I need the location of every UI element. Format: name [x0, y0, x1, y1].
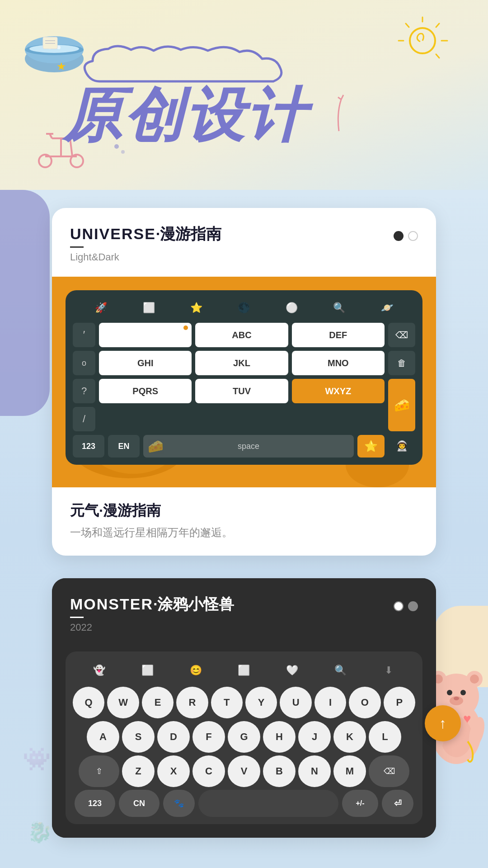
key-jkl[interactable]: JKL	[195, 351, 288, 375]
universe-card-header: UNIVERSE · 漫游指南 Light&Dark	[52, 208, 436, 277]
key-m[interactable]: M	[333, 755, 366, 787]
key-abc[interactable]: ABC	[195, 323, 288, 347]
monster-card-header: MONSTER · 涂鸦小怪兽 2022	[52, 578, 436, 642]
scroll-top-button[interactable]: ↑	[425, 705, 461, 741]
m-key-enter[interactable]: ⏎	[382, 790, 413, 817]
key-space[interactable]: space 🧀	[143, 435, 354, 458]
universe-subtitle: Light&Dark	[70, 251, 418, 263]
key-action-right[interactable]: 🧀	[388, 379, 415, 431]
universe-keyboard-frame: 🚀 ⬜ ⭐ 🌑 ⚪ 🔍 🪐 ′ o ?	[66, 290, 422, 465]
key-d[interactable]: D	[157, 721, 190, 753]
key-backspace-monster[interactable]: ⌫	[369, 755, 409, 787]
key-i[interactable]: I	[314, 687, 346, 718]
monster-qwerty-row3: ⇧ Z X C V B N M ⌫	[73, 755, 415, 787]
key-z[interactable]: Z	[122, 755, 155, 787]
key-ghi[interactable]: GHI	[99, 351, 192, 375]
key-l[interactable]: L	[369, 721, 401, 753]
main-content: ♥ UNIVERSE · 漫游指南	[0, 190, 488, 868]
key-p[interactable]: P	[384, 687, 415, 718]
cards-container: UNIVERSE · 漫游指南 Light&Dark	[0, 208, 488, 838]
monster-qwerty-row2: A S D F G H J K L	[73, 721, 415, 753]
monster-chinese-title: 涂鸦小怪兽	[157, 594, 234, 615]
scroll-top-icon: ↑	[439, 715, 446, 732]
universe-title: UNIVERSE · 漫游指南	[70, 224, 221, 248]
universe-card-tagline: 一场和遥远行星相隔万年的邂逅。	[70, 525, 418, 540]
universe-dots	[394, 231, 418, 241]
universe-card-name: 元气·漫游指南	[70, 501, 418, 521]
m-key-space[interactable]	[198, 790, 338, 817]
key-backspace[interactable]: ⌫	[388, 323, 415, 347]
universe-keyboard-area: 🚀 ⬜ ⭐ 🌑 ⚪ 🔍 🪐 ′ o ?	[52, 277, 436, 487]
key-star-emoji[interactable]: ⭐	[357, 435, 385, 458]
key-j[interactable]: J	[298, 721, 331, 753]
key-space-label: space	[238, 442, 259, 451]
svg-text:原创设计: 原创设计	[61, 82, 314, 148]
universe-left-col: ′ o ? /	[73, 323, 95, 431]
m-key-special[interactable]: +/-	[342, 790, 378, 817]
top-section: ★ 原创设计	[0, 0, 488, 190]
key-a[interactable]: A	[87, 721, 119, 753]
key-o[interactable]: O	[349, 687, 380, 718]
universe-bullet: ·	[156, 225, 160, 243]
key-delete[interactable]: 🗑	[388, 351, 415, 375]
key-def[interactable]: DEF	[292, 323, 385, 347]
key-apostrophe[interactable]: ′	[73, 323, 95, 347]
key-q[interactable]: Q	[73, 687, 104, 718]
toolbar-rocket-icon: 🚀	[93, 299, 110, 316]
key-f[interactable]: F	[192, 721, 225, 753]
title-underline-universe	[70, 246, 84, 248]
key-k[interactable]: K	[333, 721, 366, 753]
key-shift[interactable]: ⇧	[79, 755, 119, 787]
key-slash[interactable]: /	[73, 407, 95, 431]
m-toolbar-copy: ⬜	[233, 660, 255, 680]
m-key-cn[interactable]: CN	[119, 790, 160, 817]
key-en[interactable]: EN	[108, 435, 140, 458]
key-g[interactable]: G	[228, 721, 260, 753]
key-c[interactable]: C	[192, 755, 225, 787]
svg-line-12	[436, 24, 439, 27]
dot-1-universe	[394, 231, 404, 241]
toolbar-page-icon: ⬜	[140, 299, 157, 316]
key-b[interactable]: B	[263, 755, 296, 787]
monster-toolbar: 👻 ⬜ 😊 ⬜ 🤍 🔍 ⬇	[73, 660, 415, 687]
key-t[interactable]: T	[211, 687, 243, 718]
monster-qwerty-row1: Q W E R T Y U I O P	[73, 687, 415, 718]
key-empty[interactable]	[99, 323, 192, 347]
key-e[interactable]: E	[142, 687, 174, 718]
key-o-punct[interactable]: o	[73, 351, 95, 375]
key-wxyz[interactable]: WXYZ	[292, 379, 385, 403]
monster-keyboard-area: 👻 ⬜ 😊 ⬜ 🤍 🔍 ⬇ Q W E R T	[52, 642, 436, 838]
universe-bottom-row: 123 EN space 🧀 ⭐ 👨‍🚀	[73, 435, 415, 458]
m-key-emoji-bottom[interactable]: 🐾	[163, 790, 195, 817]
key-pqrs[interactable]: PQRS	[99, 379, 192, 403]
key-question[interactable]: ?	[73, 379, 95, 403]
universe-brand: UNIVERSE	[70, 225, 156, 243]
universe-card-description: 元气·漫游指南 一场和遥远行星相隔万年的邂逅。	[52, 487, 436, 556]
dot-2-monster	[408, 601, 418, 611]
svg-line-15	[406, 24, 409, 27]
key-h[interactable]: H	[263, 721, 296, 753]
key-y[interactable]: Y	[245, 687, 277, 718]
key-r[interactable]: R	[176, 687, 208, 718]
universe-row-1: ABC DEF	[99, 323, 385, 347]
m-key-123[interactable]: 123	[75, 790, 115, 817]
monster-bullet: ·	[153, 595, 157, 613]
universe-keyboard-body: ′ o ? / ABC	[73, 323, 415, 431]
key-n[interactable]: N	[298, 755, 331, 787]
space-cheese-icon: 🧀	[148, 439, 164, 454]
key-mno[interactable]: MNO	[292, 351, 385, 375]
universe-chinese-title: 漫游指南	[160, 224, 221, 245]
key-astronaut[interactable]: 👨‍🚀	[388, 435, 415, 458]
title-underline-monster	[70, 617, 84, 618]
key-x[interactable]: X	[157, 755, 190, 787]
key-123[interactable]: 123	[73, 435, 104, 458]
key-v[interactable]: V	[228, 755, 260, 787]
key-u[interactable]: U	[280, 687, 311, 718]
key-s[interactable]: S	[122, 721, 155, 753]
monster-brand: MONSTER	[70, 595, 153, 613]
key-tuv[interactable]: TUV	[195, 379, 288, 403]
key-w[interactable]: W	[107, 687, 139, 718]
toolbar-moon-icon: 🌑	[235, 299, 253, 316]
m-toolbar-heart: 🤍	[281, 660, 304, 680]
universe-main-keys: ABC DEF GHI JKL MNO PQRS	[99, 323, 385, 431]
